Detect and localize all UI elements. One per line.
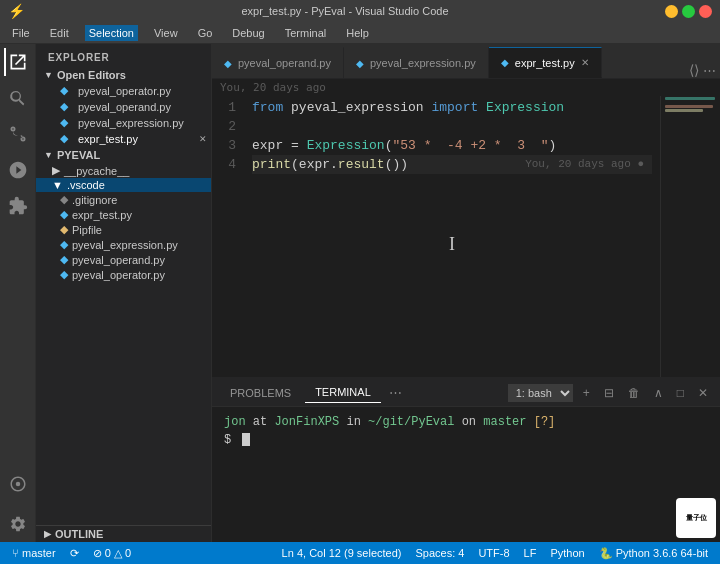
split-editor-icon[interactable]: ⟨⟩ (689, 62, 699, 78)
search-icon[interactable] (4, 84, 32, 112)
outline-section[interactable]: ▶ OUTLINE (36, 525, 211, 542)
sidebar: Explorer ▼ Open Editors ◆ pyeval_operato… (36, 44, 212, 542)
term-branch: master (483, 415, 526, 429)
pyeval-arrow: ▼ (44, 150, 53, 160)
status-position[interactable]: Ln 4, Col 12 (9 selected) (276, 547, 408, 559)
code-editor[interactable]: 1 2 3 4 from pyeval_expression import Ex… (212, 96, 720, 377)
status-sync[interactable]: ⟳ (64, 547, 85, 560)
term-cursor (242, 433, 250, 446)
status-eol[interactable]: LF (518, 547, 543, 559)
menu-view[interactable]: View (150, 25, 182, 41)
kill-terminal-icon[interactable]: 🗑 (624, 384, 644, 402)
file-pyeval-expression[interactable]: ◆ pyeval_expression.py (36, 237, 211, 252)
branch-name: master (22, 547, 56, 559)
file-label: pyeval_operand.py (78, 101, 171, 113)
folder-icon: ▶ (52, 164, 60, 177)
status-spaces[interactable]: Spaces: 4 (409, 547, 470, 559)
settings-icon[interactable] (4, 510, 32, 538)
menu-selection[interactable]: Selection (85, 25, 138, 41)
menu-terminal[interactable]: Terminal (281, 25, 331, 41)
panel-maximize-icon[interactable]: □ (673, 384, 688, 402)
editor-area: ◆ pyeval_operand.py ◆ pyeval_expression.… (212, 44, 720, 542)
file-gitignore[interactable]: ◆ .gitignore (36, 192, 211, 207)
outline-label: OUTLINE (55, 528, 103, 540)
term-user: jon (224, 415, 246, 429)
status-language[interactable]: Python (544, 547, 590, 559)
more-actions-icon[interactable]: ⋯ (703, 63, 716, 78)
tab-problems[interactable]: PROBLEMS (220, 383, 301, 403)
folder-pycache[interactable]: ▶ __pycache__ (36, 163, 211, 178)
code-line-2 (252, 117, 652, 136)
editor-item-operand[interactable]: ◆ pyeval_operand.py (36, 99, 211, 115)
tab-pyeval-expression[interactable]: ◆ pyeval_expression.py (344, 47, 489, 78)
status-encoding[interactable]: UTF-8 (472, 547, 515, 559)
file-label: pyeval_expression.py (78, 117, 184, 129)
term-bracket: [?] (534, 415, 556, 429)
tab-expr-test[interactable]: ◆ expr_test.py ✕ (489, 47, 602, 78)
file-label: pyeval_expression.py (72, 239, 178, 251)
pyeval-label: PYEVAL (57, 149, 100, 161)
open-editors-section[interactable]: ▼ Open Editors (36, 67, 211, 83)
file-label: pyeval_operator.py (72, 269, 165, 281)
errors-text: ⊘ 0 △ 0 (93, 547, 131, 560)
split-terminal-icon[interactable]: ⊟ (600, 384, 618, 402)
explorer-title: Explorer (36, 44, 211, 67)
maximize-button[interactable] (682, 5, 695, 18)
file-label: Pipfile (72, 224, 102, 236)
minimap-line (665, 101, 716, 104)
minimize-button[interactable] (665, 5, 678, 18)
code-line-1: from pyeval_expression import Expression (252, 98, 652, 117)
file-pyeval-operator[interactable]: ◆ pyeval_operator.py (36, 267, 211, 282)
file-label: pyeval_operator.py (78, 85, 171, 97)
tab-label: expr_test.py (515, 57, 575, 69)
extensions-icon[interactable] (4, 192, 32, 220)
file-expr-test[interactable]: ◆ expr_test.py (36, 207, 211, 222)
line-numbers: 1 2 3 4 (212, 96, 244, 377)
file-pipfile[interactable]: ◆ Pipfile (36, 222, 211, 237)
remote-icon[interactable] (4, 470, 32, 498)
watermark: 量子位 (676, 498, 716, 538)
i-cursor: I (449, 235, 455, 254)
panel-controls: 1: bash + ⊟ 🗑 ∧ □ ✕ (508, 384, 712, 402)
menu-help[interactable]: Help (342, 25, 373, 41)
tab-label: pyeval_operand.py (238, 57, 331, 69)
editor-item-expr-test[interactable]: ◆ ✕ expr_test.py (36, 131, 211, 147)
source-control-icon[interactable] (4, 120, 32, 148)
py-icon: ◆ (60, 253, 68, 266)
pyeval-section[interactable]: ▼ PYEVAL (36, 147, 211, 163)
tab-pyeval-operand[interactable]: ◆ pyeval_operand.py (212, 47, 344, 78)
menu-go[interactable]: Go (194, 25, 217, 41)
file-icon: ◆ (60, 223, 68, 236)
panel-chevron-up-icon[interactable]: ∧ (650, 384, 667, 402)
menubar: File Edit Selection View Go Debug Termin… (0, 22, 720, 44)
panel: PROBLEMS TERMINAL ⋯ 1: bash + ⊟ 🗑 ∧ □ ✕ (212, 377, 720, 542)
tab-terminal[interactable]: TERMINAL (305, 382, 381, 403)
code-content[interactable]: from pyeval_expression import Expression… (244, 96, 660, 377)
minimap-line (665, 97, 715, 100)
panel-close-icon[interactable]: ✕ (694, 384, 712, 402)
close-button[interactable] (699, 5, 712, 18)
file-pyeval-operand[interactable]: ◆ pyeval_operand.py (36, 252, 211, 267)
code-line-4: print(expr.result()) You, 20 days ago ● (252, 155, 652, 174)
py-icon: ◆ (60, 132, 74, 146)
explorer-icon[interactable] (4, 48, 32, 76)
tab-close-icon[interactable]: ✕ (581, 57, 589, 68)
menu-edit[interactable]: Edit (46, 25, 73, 41)
folder-vscode[interactable]: ▼ .vscode (36, 178, 211, 192)
terminal-shell-select[interactable]: 1: bash (508, 384, 573, 402)
status-branch[interactable]: ⑂ master (6, 547, 62, 559)
new-terminal-icon[interactable]: + (579, 384, 594, 402)
debug-icon[interactable] (4, 156, 32, 184)
editor-item-expression[interactable]: ◆ pyeval_expression.py (36, 115, 211, 131)
minimap-line (665, 105, 713, 108)
status-python[interactable]: 🐍 Python 3.6.6 64-bit (593, 547, 714, 560)
close-icon[interactable]: ✕ (199, 134, 207, 144)
menu-debug[interactable]: Debug (228, 25, 268, 41)
editor-item-operator[interactable]: ◆ pyeval_operator.py (36, 83, 211, 99)
panel-more-icon[interactable]: ⋯ (385, 385, 406, 400)
py-icon: ◆ (60, 84, 74, 98)
menu-file[interactable]: File (8, 25, 34, 41)
status-errors[interactable]: ⊘ 0 △ 0 (87, 547, 137, 560)
terminal-content[interactable]: jon at JonFinXPS in ~/git/PyEval on mast… (212, 407, 720, 542)
git-icon: ⑂ (12, 547, 19, 559)
